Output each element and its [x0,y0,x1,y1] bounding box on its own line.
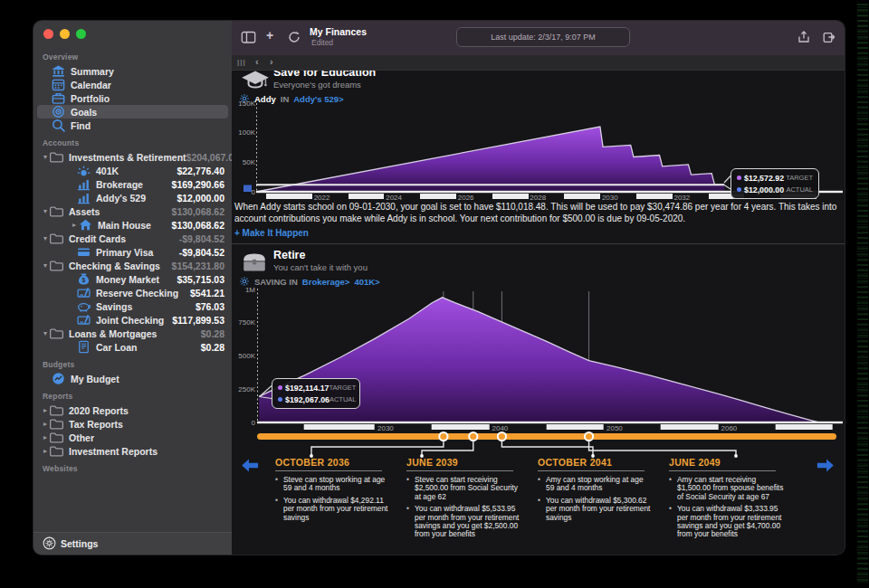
account-row-reserve-checking[interactable]: Reserve Checking$541.21 [33,286,232,299]
window-close-button[interactable] [43,29,53,39]
account-row-addy-s-529[interactable]: Addy's 529$12,000.00 [33,191,232,204]
document-state: Edited [311,38,333,47]
report-label: Other [69,432,94,443]
toolbar: + My Finances Edited Last update: 2/3/17… [232,21,845,56]
account-row-savings[interactable]: Savings$76.03 [33,299,232,313]
forward-button[interactable]: › [270,56,273,67]
gear-icon [43,536,56,550]
timeline-prev-button[interactable] [241,459,259,472]
main-content: + My Finances Edited Last update: 2/3/17… [232,21,845,555]
chevron-right-icon[interactable]: ▸ [41,406,50,414]
account-group-loans-mortgages[interactable]: ▾Loans & Mortgages$0.28 [33,327,232,340]
account-row-money-market[interactable]: $Money Market$35,715.03 [33,272,232,286]
window-minimize-button[interactable] [60,29,70,39]
account-label: Joint Checking [96,315,164,326]
account-row-brokerage[interactable]: Brokerage$169,290.66 [33,177,232,191]
window-zoom-button[interactable] [76,29,86,39]
sidebar-item-calendar[interactable]: Calendar [33,78,232,91]
account-balance: $169,290.66 [172,179,232,190]
export-button[interactable] [823,31,836,47]
account-label: Addy's 529 [96,193,146,204]
account-link-brokerage[interactable]: Brokerage> [302,277,350,287]
folder-icon [50,444,63,458]
checkbook-icon [77,313,91,327]
account-label: Savings [96,301,132,312]
report-folder-tax-reports[interactable]: ▸Tax Reports [33,417,232,431]
chevron-down-icon[interactable]: ▾ [41,234,50,242]
refresh-button[interactable] [288,31,301,47]
report-folder-other[interactable]: ▸Other [33,431,232,444]
report-folder-2020-reports[interactable]: ▸2020 Reports [33,403,232,417]
nav-strip: ||| ‹ › [232,55,845,71]
account-balance: $0.28 [201,328,232,339]
account-link-401k[interactable]: 401K> [354,277,379,287]
account-label: Checking & Savings [69,261,160,271]
account-row-car-loan[interactable]: Car Loan$0.28 [33,340,232,354]
folder-icon [50,150,63,164]
sidebar-item-summary[interactable]: Summary [33,64,232,78]
chevron-right-icon[interactable]: ▸ [41,433,50,441]
chevron-right-icon[interactable]: ▸ [70,221,79,229]
sidebar-item-find[interactable]: Find [33,119,232,132]
folder-icon [50,259,63,272]
account-label: Brokerage [96,179,143,190]
sidebar-item-label: Summary [71,66,114,77]
target-dot [737,175,741,180]
account-group-checking-savings[interactable]: ▾Checking & Savings$154,231.80 [33,259,232,272]
sidebar-item-goals[interactable]: Goals [37,105,228,119]
gear-icon[interactable] [239,93,250,104]
milestone-bullets: Steve can start receiving $2,500.00 from… [406,476,522,539]
account-row-primary-visa[interactable]: Primary Visa-$9,804.52 [33,245,232,259]
report-folder-investment-reports[interactable]: ▸Investment Reports [33,444,232,458]
back-button[interactable]: ‹ [255,56,259,67]
milestone-june-2039: JUNE 2039Steve can start receiving $2,50… [406,457,538,543]
account-label: Assets [69,206,100,217]
milestone-title: JUNE 2049 [669,457,776,471]
folder-icon [50,431,63,444]
budget-icon [52,372,65,385]
share-button[interactable] [797,31,810,47]
retire-y-tick: 750K [234,318,255,327]
chevron-right-icon[interactable]: ▸ [41,420,50,428]
account-label: Loans & Mortgages [69,328,157,339]
checkbook-icon [77,286,91,299]
sidebar: Overview SummaryCalendarPortfolioGoalsFi… [33,21,232,555]
retire-y-tick: 0 [234,419,255,427]
account-group-credit-cards[interactable]: ▾Credit Cards-$9,804.52 [33,232,232,245]
bank-icon [52,64,65,78]
report-label: Tax Reports [69,419,123,430]
sidebar-section-budgets: Budgets [33,360,232,372]
sidebar-item-label: Calendar [71,80,111,90]
timeline-next-button[interactable] [816,459,835,472]
retirement-timeline-bar[interactable] [257,433,836,440]
drag-handle-icon[interactable]: ||| [237,58,246,66]
settings-button[interactable]: Settings [33,532,232,555]
milestone-bullet: Amy can stop working at age 59 and 4 mon… [538,476,654,493]
milestone-bullet: You can withdrawal $5,533.95 per month f… [406,505,522,539]
milestone-title: JUNE 2039 [406,457,513,471]
account-group-assets[interactable]: ▾Assets$130,068.62 [33,204,232,218]
milestone-bullet: You can withdrawal $4,292.11 per month f… [275,497,391,522]
chevron-right-icon[interactable]: ▸ [41,447,50,455]
chevron-down-icon[interactable]: ▾ [41,329,50,337]
education-y-tick: 50K [234,158,255,166]
sidebar-section-websites: Websites [33,464,232,476]
account-row-401k[interactable]: 401K$22,776.40 [33,164,232,177]
sidebar-toggle-button[interactable] [241,31,256,48]
sidebar-item-portfolio[interactable]: Portfolio [33,91,232,105]
folder-icon [50,417,63,431]
account-label: Money Market [96,274,159,285]
chevron-down-icon[interactable]: ▾ [41,207,50,215]
chevron-down-icon[interactable]: ▾ [41,153,50,161]
sidebar-item-my-budget[interactable]: My Budget [33,372,232,385]
report-label: Investment Reports [69,446,158,457]
make-it-happen-link[interactable]: + Make It Happen [234,228,309,238]
account-row-main-house[interactable]: ▸Main House$130,068.62 [33,218,232,232]
account-row-joint-checking[interactable]: Joint Checking$117,899.53 [33,313,232,327]
add-button[interactable]: + [266,28,273,43]
account-group-investments-retirement[interactable]: ▾Investments & Retirement$204,067.06 [33,150,232,164]
account-link-addys-529[interactable]: Addy's 529> [293,94,343,104]
gear-icon[interactable] [239,276,250,287]
chevron-down-icon[interactable]: ▾ [41,261,50,270]
account-label: Main House [98,220,151,231]
